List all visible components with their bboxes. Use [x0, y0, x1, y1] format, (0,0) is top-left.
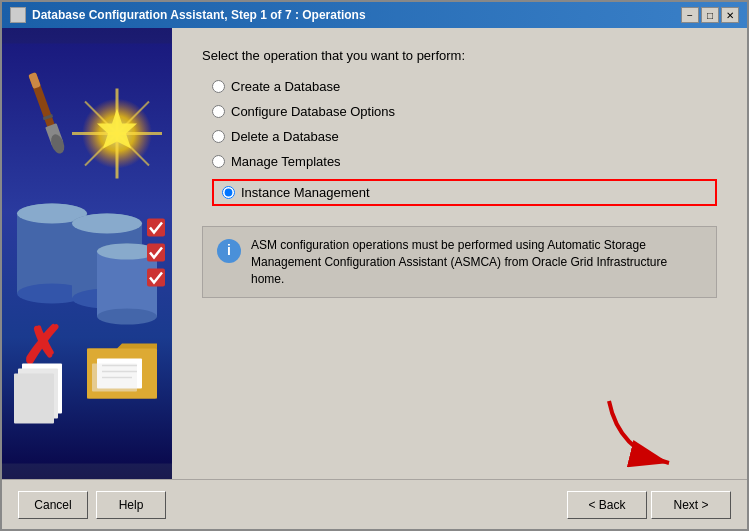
instruction-text: Select the operation that you want to pe…	[202, 48, 717, 63]
radio-configure[interactable]	[212, 105, 225, 118]
right-panel: Select the operation that you want to pe…	[172, 28, 747, 479]
minimize-button[interactable]: −	[681, 7, 699, 23]
radio-create[interactable]	[212, 80, 225, 93]
close-button[interactable]: ✕	[721, 7, 739, 23]
next-button[interactable]: Next >	[651, 491, 731, 519]
svg-rect-24	[147, 219, 165, 237]
main-window: Database Configuration Assistant, Step 1…	[0, 0, 749, 531]
info-box: i ASM configuration operations must be p…	[202, 226, 717, 298]
option-manage-label: Manage Templates	[231, 154, 341, 169]
svg-point-19	[72, 214, 142, 234]
title-bar-left: Database Configuration Assistant, Step 1…	[10, 7, 366, 23]
info-text: ASM configuration operations must be per…	[251, 237, 702, 287]
radio-instance[interactable]	[222, 186, 235, 199]
main-content: ✗	[2, 28, 747, 479]
svg-rect-25	[147, 244, 165, 262]
option-delete[interactable]: Delete a Database	[212, 129, 717, 144]
help-button[interactable]: Help	[96, 491, 166, 519]
app-icon	[10, 7, 26, 23]
maximize-button[interactable]: □	[701, 7, 719, 23]
option-create[interactable]: Create a Database	[212, 79, 717, 94]
bottom-left-buttons: Cancel Help	[18, 491, 166, 519]
bottom-bar: Cancel Help < Back Next >	[2, 479, 747, 529]
back-button[interactable]: < Back	[567, 491, 647, 519]
radio-manage[interactable]	[212, 155, 225, 168]
option-instance-container: Instance Management	[212, 179, 717, 206]
bottom-right-buttons: < Back Next >	[567, 491, 731, 519]
option-instance[interactable]: Instance Management	[222, 185, 370, 200]
window-title: Database Configuration Assistant, Step 1…	[32, 8, 366, 22]
option-manage[interactable]: Manage Templates	[212, 154, 717, 169]
title-bar-controls: − □ ✕	[681, 7, 739, 23]
cancel-button[interactable]: Cancel	[18, 491, 88, 519]
option-configure[interactable]: Configure Database Options	[212, 104, 717, 119]
svg-rect-33	[92, 364, 137, 392]
svg-rect-26	[147, 269, 165, 287]
svg-rect-40	[14, 374, 54, 424]
left-panel: ✗	[2, 28, 172, 479]
options-list: Create a Database Configure Database Opt…	[212, 79, 717, 206]
radio-delete[interactable]	[212, 130, 225, 143]
option-configure-label: Configure Database Options	[231, 104, 395, 119]
option-delete-label: Delete a Database	[231, 129, 339, 144]
title-bar: Database Configuration Assistant, Step 1…	[2, 2, 747, 28]
svg-point-22	[97, 309, 157, 325]
info-icon: i	[217, 239, 241, 263]
option-instance-label: Instance Management	[241, 185, 370, 200]
option-create-label: Create a Database	[231, 79, 340, 94]
